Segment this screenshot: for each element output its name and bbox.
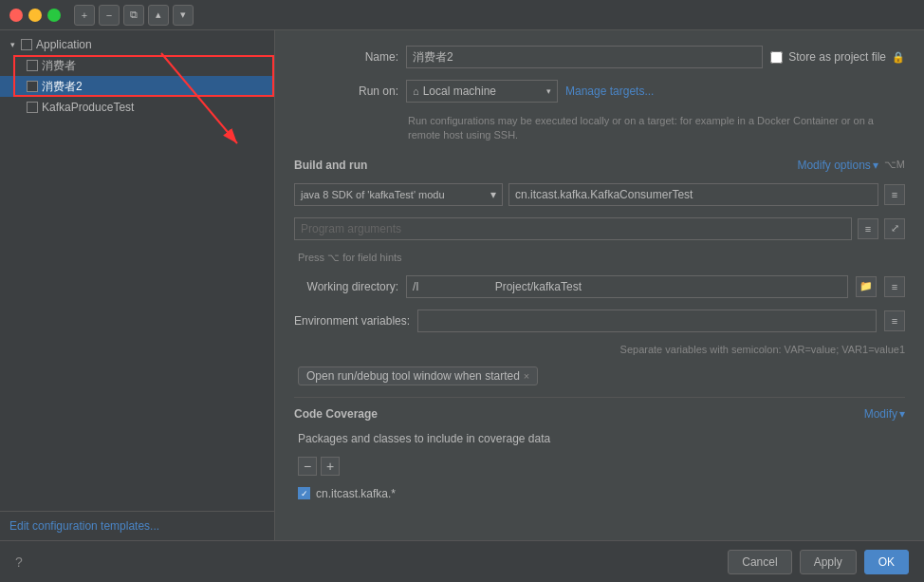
coverage-btn-row: − +: [298, 457, 905, 476]
run-debug-dialog: + − ⧉ ▴ ▾ ▾ Application: [0, 0, 924, 582]
build-run-section-header: Build and run Modify options ▾ ⌥M: [294, 159, 905, 172]
name-label: Name:: [294, 50, 398, 64]
env-browse-button[interactable]: ≡: [884, 310, 905, 331]
coverage-modify-chevron: ▾: [899, 407, 905, 421]
move-up-button[interactable]: ▴: [148, 5, 169, 26]
sdk-value: java 8 SDK of 'kafkaTest' modu: [301, 189, 487, 200]
tree-item-consumer1[interactable]: 消费者: [0, 55, 274, 76]
prog-args-input[interactable]: [294, 217, 852, 240]
run-on-select[interactable]: ⌂ Local machine ▾: [406, 80, 558, 103]
coverage-header: Code Coverage Modify ▾: [294, 397, 905, 421]
env-label: Environment variables:: [294, 314, 410, 328]
working-dir-folder-button[interactable]: 📁: [856, 276, 877, 297]
sdk-class-row: java 8 SDK of 'kafkaTest' modu ▾ ≡: [294, 183, 905, 206]
tree-label-kafkaproducer: KafkaProduceTest: [42, 101, 134, 114]
checkbox-consumer2[interactable]: [27, 81, 38, 92]
env-input[interactable]: [417, 310, 877, 332]
remove-config-button[interactable]: −: [99, 5, 120, 26]
working-dir-browse-button[interactable]: ≡: [884, 276, 905, 297]
tag-row: Open run/debug tool window when started …: [298, 366, 905, 385]
working-dir-label: Working directory:: [294, 280, 398, 293]
store-project-file-row: Store as project file 🔒: [770, 50, 905, 64]
home-icon: ⌂: [413, 85, 419, 97]
coverage-item-label: cn.itcast.kafka.*: [316, 487, 396, 500]
prog-args-expand-button[interactable]: ⤢: [884, 218, 905, 239]
help-button[interactable]: ?: [15, 554, 23, 570]
prog-args-row: ≡ ⤢: [294, 217, 905, 240]
coverage-item: ✓ cn.itcast.kafka.*: [298, 487, 905, 500]
title-bar: + − ⧉ ▴ ▾: [0, 0, 924, 30]
prog-args-browse-button[interactable]: ≡: [858, 218, 878, 239]
lock-icon: 🔒: [892, 51, 905, 64]
minimize-window-button[interactable]: [28, 9, 42, 22]
coverage-title: Code Coverage: [294, 407, 378, 421]
run-on-row: Run on: ⌂ Local machine ▾ Manage targets…: [294, 80, 905, 103]
packages-label: Packages and classes to include in cover…: [298, 432, 905, 445]
main-content: ▾ Application 消费者 消费者2: [0, 30, 924, 540]
coverage-modify-label: Modify: [864, 407, 897, 421]
left-panel: ▾ Application 消费者 消费者2: [0, 30, 275, 540]
coverage-item-checkbox[interactable]: ✓: [298, 487, 310, 499]
tree-item-application[interactable]: ▾ Application: [0, 34, 274, 55]
tag-label: Open run/debug tool window when started: [306, 369, 520, 383]
move-down-button[interactable]: ▾: [173, 5, 194, 26]
working-dir-row: Working directory: 📁 ≡: [294, 275, 905, 298]
tree-item-consumer2[interactable]: 消费者2: [0, 76, 274, 97]
store-project-label: Store as project file: [788, 50, 886, 64]
env-hint: Separate variables with semicolon: VAR=v…: [408, 344, 905, 355]
apply-button[interactable]: Apply: [800, 550, 857, 574]
checkbox-consumer1[interactable]: [27, 60, 38, 71]
working-dir-input[interactable]: [406, 275, 848, 298]
coverage-plus-button[interactable]: +: [321, 457, 340, 476]
checkbox-kafkaproducer[interactable]: [27, 102, 38, 113]
ok-button[interactable]: OK: [864, 550, 909, 574]
tree-label-application: Application: [36, 38, 92, 51]
store-project-checkbox[interactable]: [770, 51, 783, 64]
tag-close-button[interactable]: ×: [524, 370, 529, 382]
cancel-button[interactable]: Cancel: [728, 550, 791, 574]
run-on-hint: Run configurations may be executed local…: [408, 114, 905, 143]
build-run-title: Build and run: [294, 159, 367, 172]
config-tree: ▾ Application 消费者 消费者2: [0, 30, 274, 511]
maximize-window-button[interactable]: [47, 9, 61, 22]
press-hint: Press ⌥ for field hints: [298, 252, 905, 264]
tree-item-kafkaproducer[interactable]: KafkaProduceTest: [0, 97, 274, 118]
name-input[interactable]: [406, 46, 763, 68]
checkbox-application[interactable]: [21, 39, 32, 50]
modify-options-label: Modify options: [797, 159, 870, 172]
coverage-minus-button[interactable]: −: [298, 457, 317, 476]
annotation-area: 消费者 消费者2: [0, 55, 274, 97]
add-config-button[interactable]: +: [74, 5, 95, 26]
close-window-button[interactable]: [9, 9, 23, 22]
modify-options-area: Modify options ▾ ⌥M: [797, 159, 905, 172]
class-browse-button[interactable]: ≡: [884, 184, 905, 205]
modify-options-chevron: ▾: [873, 159, 878, 172]
coverage-modify-button[interactable]: Modify ▾: [864, 407, 905, 421]
tree-arrow-application: ▾: [8, 40, 17, 49]
tree-label-consumer1: 消费者: [42, 58, 76, 74]
modify-options-button[interactable]: Modify options ▾: [797, 159, 878, 172]
edit-templates-link[interactable]: Edit configuration templates...: [9, 519, 159, 533]
run-on-label: Run on:: [294, 84, 398, 98]
env-row: Environment variables: ≡: [294, 310, 905, 332]
copy-config-button[interactable]: ⧉: [123, 5, 144, 26]
class-input[interactable]: [508, 183, 878, 206]
manage-targets-link[interactable]: Manage targets...: [565, 84, 654, 98]
run-on-chevron: ▾: [546, 86, 551, 96]
right-panel: Name: Store as project file 🔒 Run on: ⌂ …: [275, 30, 924, 540]
bottom-bar: ? Cancel Apply OK: [0, 540, 924, 582]
left-bottom: Edit configuration templates...: [0, 511, 274, 540]
sdk-chevron: ▾: [490, 188, 496, 201]
open-tool-window-tag: Open run/debug tool window when started …: [298, 366, 538, 385]
tree-label-consumer2: 消费者2: [42, 79, 83, 95]
name-row: Name: Store as project file 🔒: [294, 46, 905, 68]
run-on-value: Local machine: [423, 84, 543, 98]
modify-shortcut: ⌥M: [884, 159, 905, 171]
sdk-select[interactable]: java 8 SDK of 'kafkaTest' modu ▾: [294, 183, 503, 206]
